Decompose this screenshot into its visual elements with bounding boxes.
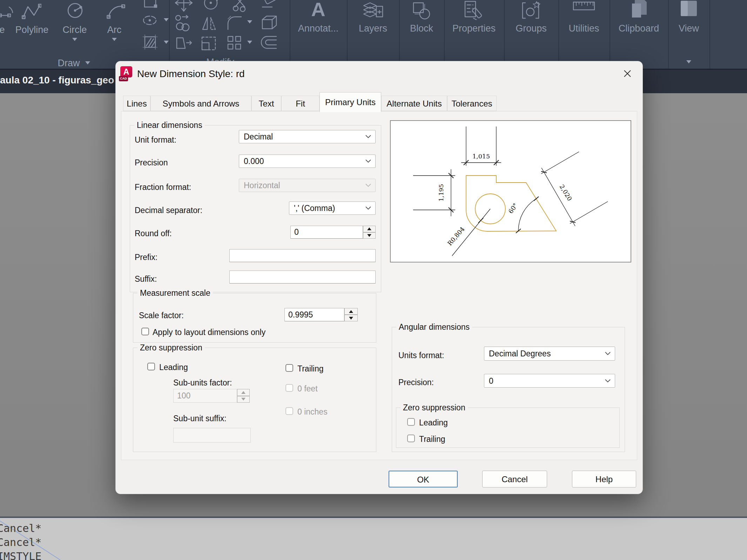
angular-trailing-checkbox[interactable]	[407, 435, 415, 442]
spin-up-icon	[349, 310, 353, 313]
preview-dim-angle: 60°	[507, 202, 519, 215]
spin-up-button[interactable]	[363, 226, 376, 232]
tab-alternate-units[interactable]: Alternate Units	[381, 96, 447, 111]
view-panel-dropdown-icon[interactable]	[686, 60, 691, 63]
scale-icon[interactable]	[200, 34, 218, 52]
trailing-checkbox[interactable]	[285, 364, 293, 372]
tab-text[interactable]: Text	[251, 96, 281, 111]
copy-icon[interactable]	[174, 15, 193, 32]
sub-units-factor-input	[173, 389, 237, 403]
arc-dropdown-icon[interactable]	[112, 38, 117, 41]
stretch-icon[interactable]	[174, 34, 193, 52]
scale-factor-spinner[interactable]	[344, 308, 358, 321]
angular-units-format-select[interactable]: Decimal Degrees	[484, 347, 615, 361]
leading-checkbox[interactable]	[147, 363, 155, 370]
draw-panel-label[interactable]: Draw	[58, 58, 80, 69]
sub-units-factor-spinner	[237, 389, 250, 403]
spin-up-button[interactable]	[344, 308, 358, 315]
spin-down-button[interactable]	[363, 232, 376, 239]
unit-format-select[interactable]: Decimal	[239, 130, 376, 143]
precision-select[interactable]: 0.000	[239, 155, 376, 168]
panel-utilities[interactable]: Utilities	[558, 0, 610, 69]
ribbon: e Polyline Circle Arc	[0, 0, 747, 69]
spin-up-icon	[241, 391, 245, 394]
panel-clipboard[interactable]: Clipboard	[610, 0, 668, 69]
tab-primary-units[interactable]: Primary Units	[319, 92, 381, 112]
panel-label: View	[679, 23, 699, 34]
arc-button[interactable]: Arc	[104, 0, 126, 56]
offset-icon[interactable]	[259, 34, 278, 51]
chevron-down-icon	[365, 206, 371, 210]
sub-units-factor-label: Sub-units factor:	[173, 378, 232, 388]
round-off-spinner[interactable]	[363, 226, 376, 239]
command-history-line: IMSTYLE	[0, 550, 41, 560]
circle-dropdown-icon[interactable]	[72, 38, 77, 41]
angular-precision-select[interactable]: 0	[484, 374, 615, 388]
command-line-panel[interactable]: Cancel* Cancel* IMSTYLE	[0, 517, 747, 560]
angular-leading-checkbox[interactable]	[407, 418, 415, 426]
group-legend: Measurement scale	[137, 288, 213, 298]
round-off-input[interactable]	[290, 226, 363, 239]
panel-groups[interactable]: Groups	[504, 0, 558, 69]
polyline-button-label: Polyline	[15, 25, 49, 35]
round-off-label: Round off:	[135, 229, 172, 238]
fillet-dropdown-icon[interactable]	[247, 20, 252, 23]
ellipse-dropdown-icon[interactable]	[164, 18, 169, 21]
view-icon	[678, 0, 700, 20]
preview-dim-radius: R0,804	[446, 226, 466, 247]
command-history-line: Cancel*	[0, 522, 41, 534]
hatch-icon[interactable]	[142, 34, 159, 50]
mirror-icon[interactable]	[200, 15, 218, 32]
array-icon[interactable]	[225, 34, 243, 52]
angular-units-format-label: Units format:	[398, 351, 444, 360]
panel-properties[interactable]: Properties	[444, 0, 504, 69]
spin-up-icon	[367, 227, 371, 230]
chevron-down-icon	[365, 159, 371, 163]
fillet-icon[interactable]	[226, 14, 243, 32]
zero-inches-label: 0 inches	[297, 407, 328, 417]
panel-label: Properties	[452, 23, 496, 34]
spin-down-button[interactable]	[344, 315, 358, 321]
utilities-icon	[571, 0, 597, 19]
polyline-button[interactable]: Polyline	[16, 0, 48, 42]
circle-icon	[65, 1, 85, 20]
array-dropdown-icon[interactable]	[247, 41, 252, 44]
suffix-input[interactable]	[229, 271, 376, 284]
close-icon[interactable]	[622, 68, 633, 79]
chevron-down-icon	[605, 352, 611, 355]
tab-lines[interactable]: Lines	[123, 96, 150, 111]
erase-icon[interactable]	[260, 0, 280, 13]
panel-block[interactable]: Block	[399, 0, 444, 69]
zero-inches-checkbox	[285, 407, 293, 415]
hatch-dropdown-icon[interactable]	[164, 41, 169, 44]
measurement-scale-group: Measurement scale Scale factor: Apply to…	[133, 293, 376, 343]
panel-annotate[interactable]: A Annotat...	[290, 0, 347, 69]
help-button[interactable]: Help	[572, 471, 636, 487]
prefix-input[interactable]	[229, 249, 376, 262]
box3d-icon[interactable]	[260, 13, 279, 32]
panel-layers[interactable]: Layers	[347, 0, 399, 69]
draw-panel-dropdown-icon[interactable]	[85, 61, 90, 64]
tab-fit[interactable]: Fit	[281, 96, 319, 111]
cancel-button[interactable]: Cancel	[482, 471, 547, 487]
spin-down-button	[237, 396, 250, 403]
scale-factor-input[interactable]	[284, 308, 344, 321]
ok-button[interactable]: OK	[389, 471, 458, 487]
linear-dimensions-group: Linear dimensions Unit format: Decimal P…	[130, 125, 381, 292]
panel-view[interactable]: View	[668, 0, 709, 69]
trim-icon[interactable]	[231, 0, 250, 13]
decimal-separator-select[interactable]: ',' (Comma)	[289, 202, 376, 215]
apply-layout-checkbox[interactable]	[141, 328, 149, 335]
panel-label: Utilities	[568, 23, 599, 34]
line-button-label[interactable]: e	[0, 25, 5, 35]
rotate-icon[interactable]	[202, 0, 220, 12]
circle-button[interactable]: Circle	[62, 0, 87, 56]
tab-tolerances[interactable]: Tolerances	[447, 96, 497, 111]
tab-symbols-and-arrows[interactable]: Symbols and Arrows	[150, 96, 251, 111]
ellipse-icon[interactable]	[142, 13, 159, 27]
rectangle-icon[interactable]	[142, 0, 159, 10]
spin-down-icon	[367, 234, 371, 237]
move-icon[interactable]	[175, 0, 193, 12]
panel-label: Annotat...	[298, 23, 339, 34]
file-tab[interactable]: aula 02_10 - figuras_geo	[0, 75, 114, 86]
